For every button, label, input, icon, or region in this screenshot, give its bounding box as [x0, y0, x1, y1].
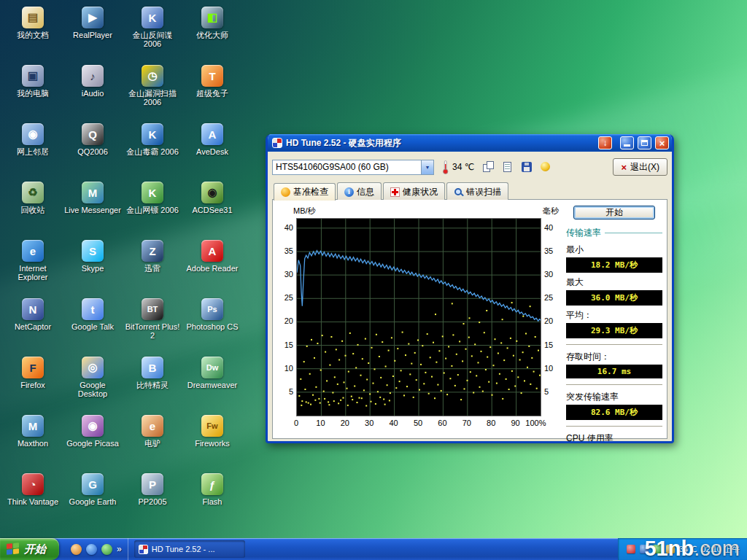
internet-explorer-icon: e: [22, 240, 44, 262]
copy-screenshot-icon[interactable]: [481, 160, 496, 174]
desktop-icon-super-rabbit[interactable]: T 超级兔子: [182, 61, 242, 120]
desktop-icon-firefox[interactable]: F Firefox: [3, 353, 63, 411]
tray-icon-4[interactable]: [666, 545, 675, 553]
desktop-icon-kingsoft-antispy[interactable]: K 金山反间谍 2006: [123, 3, 182, 61]
emule-icon: e: [142, 415, 163, 437]
tab-benchmark[interactable]: 基准检查: [274, 183, 336, 201]
tab-label: 基准检查: [293, 186, 328, 198]
desktop-icon-recycle-bin[interactable]: ♻ 回收站: [3, 178, 63, 236]
thermometer-icon: [441, 160, 449, 174]
desktop-icon-qq2006[interactable]: Q QQ2006: [63, 120, 123, 178]
y-axis-left-ticks: 403530252015105: [277, 218, 296, 416]
desktop-icon-label: 超级兔子: [196, 89, 228, 98]
desktop-icon-kingsoft-antivirus[interactable]: K 金山毒霸 2006: [123, 120, 182, 178]
kingsoft-scan-icon: ◷: [142, 65, 163, 87]
desktop-icon-label: Fireworks: [195, 439, 230, 448]
drive-select[interactable]: HTS541060G9SA00 (60 GB) ▼: [272, 160, 434, 175]
desktop-icon-live-messenger[interactable]: M Live Messenger: [63, 178, 123, 236]
plot-area: [296, 218, 541, 416]
maximize-icon: [641, 140, 648, 146]
quick-launch-icon-3[interactable]: [101, 544, 112, 555]
dropdown-arrow-icon[interactable]: ▼: [421, 160, 433, 174]
y-tick: 10: [285, 364, 293, 373]
desktop-icon-label: 回收站: [21, 206, 45, 214]
hdtune-window: HD Tune 2.52 - 硬盘实用程序 ↓ × HTS541060G9SA0…: [266, 134, 674, 443]
taskbar-clock: 02:10 上午: [701, 544, 740, 555]
save-icon[interactable]: [519, 160, 534, 174]
desktop-icon-label: Live Messenger: [64, 206, 121, 214]
copy-text-icon[interactable]: [500, 160, 515, 174]
desktop-icon-bittorrent-plus[interactable]: BT BitTorrent Plus! 2: [123, 295, 182, 353]
desktop-icon-flash[interactable]: ƒ Flash: [182, 470, 242, 528]
tab-info[interactable]: 信息: [337, 182, 382, 200]
exit-x-icon: ×: [621, 162, 627, 173]
x-tick: 0: [294, 419, 298, 427]
desktop-icon-maxthon[interactable]: M Maxthon: [3, 411, 63, 470]
benchmark-icon: [281, 187, 290, 197]
y-tick: 5: [544, 387, 549, 396]
desktop-icon-internet-explorer[interactable]: e Internet Explorer: [3, 236, 63, 295]
desktop-icon-google-picasa[interactable]: ◉ Google Picasa: [63, 411, 123, 470]
desktop-icon-pp2005[interactable]: P PP2005: [123, 470, 182, 528]
desktop-icon-kingsoft-firewall[interactable]: K 金山网镖 2006: [123, 178, 182, 236]
desktop-icon-emule[interactable]: e 电驴: [123, 411, 182, 470]
desktop-icon-network-places[interactable]: ◉ 网上邻居: [3, 120, 63, 178]
tray-icon-3[interactable]: [653, 545, 662, 553]
taskbar-task-hdtune[interactable]: HD Tune 2.52 - ...: [134, 540, 245, 558]
desktop-icon-bitspirit[interactable]: B 比特精灵: [123, 353, 182, 411]
desktop-icon-acdsee[interactable]: ◉ ACDSee31: [182, 178, 242, 236]
y-tick: 35: [285, 246, 293, 255]
start-button[interactable]: 开始: [0, 538, 59, 560]
bitspirit-icon: B: [142, 357, 163, 378]
close-button[interactable]: ×: [655, 136, 669, 149]
minimize-button[interactable]: [620, 136, 634, 149]
tab-error-scan[interactable]: 错误扫描: [446, 182, 508, 200]
tab-health[interactable]: 健康状况: [383, 182, 445, 200]
desktop-icon-label: 我的电脑: [17, 89, 49, 98]
desktop-icon-netcaptor[interactable]: N NetCaptor: [3, 295, 63, 353]
quick-launch: »: [65, 538, 128, 560]
desktop-icon-my-computer[interactable]: ▣ 我的电脑: [3, 61, 63, 120]
y-tick: 15: [285, 341, 293, 349]
desktop-icon-iaudio[interactable]: ♪ iAudio: [63, 61, 123, 120]
y-tick: 25: [285, 293, 293, 302]
desktop-icon-my-documents[interactable]: ▤ 我的文档: [3, 3, 63, 61]
desktop-icon-google-talk[interactable]: t Google Talk: [63, 295, 123, 353]
y-tick: 10: [544, 364, 553, 373]
quick-launch-icon-1[interactable]: [71, 544, 82, 555]
desktop-icon-adobe-reader[interactable]: A Adobe Reader: [182, 236, 242, 295]
burst-rate-value: 82.6 MB/秒: [566, 405, 662, 420]
desktop-icon-label: QQ2006: [77, 147, 108, 156]
quick-launch-expand-icon[interactable]: »: [117, 544, 122, 554]
desktop-icon-realplayer[interactable]: ▶ RealPlayer: [63, 3, 123, 61]
desktop-icon-google-earth[interactable]: G Google Earth: [63, 470, 123, 528]
desktop-icon-thunder[interactable]: Z 迅雷: [123, 236, 182, 295]
tray-temperature: 34℃: [679, 545, 697, 554]
desktop-icon-wopti[interactable]: ◧ 优化大师: [182, 3, 242, 61]
y-tick: 20: [285, 316, 293, 325]
desktop-icon-google-desktop[interactable]: ◎ Google Desktop: [63, 353, 123, 411]
bittorrent-plus-icon: BT: [142, 298, 163, 320]
titlebar-arrow-button[interactable]: ↓: [598, 136, 612, 149]
start-benchmark-button[interactable]: 开始: [573, 206, 655, 219]
exit-button[interactable]: × 退出(X): [613, 158, 667, 176]
desktop-icon-fireworks[interactable]: Fw Fireworks: [182, 411, 242, 470]
desktop-icon-kingsoft-scan[interactable]: ◷ 金山漏洞扫描 2006: [123, 61, 182, 120]
tray-icon-1[interactable]: [627, 545, 635, 553]
quick-launch-icon-2[interactable]: [86, 544, 97, 555]
desktop-icon-photoshop[interactable]: Ps Photoshop CS: [182, 295, 242, 353]
options-icon[interactable]: [538, 160, 553, 174]
x-tick: 80: [487, 419, 495, 427]
y-tick: 30: [544, 270, 553, 279]
desktop-icon-dreamweaver[interactable]: Dw Dreamweaver: [182, 353, 242, 411]
desktop-icon-skype[interactable]: S Skype: [63, 236, 123, 295]
tray-icon-2[interactable]: [640, 545, 649, 553]
titlebar[interactable]: HD Tune 2.52 - 硬盘实用程序 ↓ ×: [268, 134, 672, 152]
desktop-icon-think-vantage[interactable]: ◔ Think Vantage: [3, 470, 63, 528]
results-panel: 开始 传输速率 最小 18.2 MB/秒 最大 36.0 MB/秒 平均： 29…: [566, 206, 662, 435]
tab-label: 信息: [357, 186, 374, 198]
y-tick: 35: [544, 246, 553, 255]
desktop-icon-avedesk[interactable]: A AveDesk: [182, 120, 242, 178]
maximize-button[interactable]: [638, 136, 651, 149]
desktop-icon-label: iAudio: [82, 89, 104, 98]
